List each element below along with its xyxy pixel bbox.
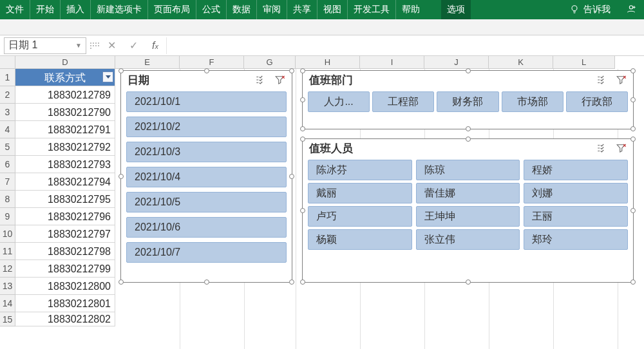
row-header[interactable]: 12 [0, 260, 15, 278]
slicer-item[interactable]: 卢巧 [308, 206, 412, 227]
tab-data[interactable]: 数据 [227, 0, 257, 19]
row-header[interactable]: 1 [0, 69, 15, 86]
slicer-item[interactable]: 王丽 [524, 206, 628, 227]
tab-help[interactable]: 帮助 [396, 0, 426, 19]
share-button[interactable] [618, 0, 644, 19]
tab-view[interactable]: 视图 [317, 0, 348, 19]
row-header[interactable]: 11 [0, 243, 15, 260]
multiselect-icon[interactable] [594, 141, 610, 155]
row-header[interactable]: 15 [0, 312, 15, 326]
slicer-item[interactable]: 杨颖 [308, 229, 412, 250]
col-header-L[interactable]: L [553, 56, 615, 69]
row-header[interactable]: 13 [0, 278, 15, 295]
col-header-E[interactable]: E [115, 56, 180, 69]
slicer-item[interactable]: 张立伟 [416, 229, 520, 250]
slicer-item[interactable]: 2021/10/4 [126, 167, 287, 187]
clear-filter-icon[interactable] [272, 73, 288, 87]
slicer-item[interactable]: 市场部 [502, 91, 564, 112]
col-header-G[interactable]: G [244, 56, 296, 69]
tab-page-layout[interactable]: 页面布局 [148, 0, 196, 19]
slicer-item[interactable]: 人力... [308, 91, 370, 112]
slicer-item[interactable]: 蕾佳娜 [416, 183, 520, 203]
tab-formulas[interactable]: 公式 [196, 0, 227, 19]
slicer-item[interactable]: 戴丽 [308, 183, 412, 203]
slicer-item[interactable]: 2021/10/2 [126, 117, 287, 137]
col-header-J[interactable]: J [424, 56, 489, 69]
col-header-H[interactable]: H [296, 56, 360, 69]
tell-me[interactable]: 告诉我 [562, 0, 618, 19]
slicer-item[interactable]: 陈冰芬 [308, 160, 412, 180]
tab-developer[interactable]: 开发工具 [348, 0, 396, 19]
formula-input[interactable] [166, 37, 644, 54]
table-cell[interactable]: 18830212799 [15, 260, 115, 278]
table-cell[interactable]: 18830212789 [15, 86, 115, 104]
svg-point-1 [629, 5, 632, 8]
slicer-item[interactable]: 2021/10/5 [126, 192, 287, 212]
slicer-item[interactable]: 2021/10/3 [126, 142, 287, 162]
tab-share[interactable]: 共享 [287, 0, 317, 19]
table-cell[interactable]: 18830212792 [15, 138, 115, 156]
slicer-item[interactable]: 刘娜 [524, 183, 628, 203]
tab-slicer-options[interactable]: 选项 [441, 0, 471, 19]
slicer-item[interactable]: 工程部 [372, 91, 434, 112]
table-cell[interactable]: 18830212802 [15, 312, 115, 326]
table-cell[interactable]: 18830212790 [15, 104, 115, 121]
formula-bar: 日期 1 ▼ ✕ ✓ fx [0, 35, 644, 56]
cancel-formula-button[interactable]: ✕ [100, 37, 122, 54]
table-cell[interactable]: 18830212794 [15, 173, 115, 191]
drag-handle-icon[interactable] [89, 39, 100, 52]
name-box[interactable]: 日期 1 ▼ [4, 37, 86, 54]
table-cell[interactable]: 18830212797 [15, 225, 115, 243]
col-header-I[interactable]: I [360, 56, 424, 69]
row-header[interactable]: 3 [0, 104, 15, 121]
slicer-item[interactable]: 2021/10/7 [126, 242, 287, 263]
row-header[interactable]: 14 [0, 295, 15, 312]
table-cell[interactable]: 18830212796 [15, 208, 115, 225]
tab-home[interactable]: 开始 [30, 0, 61, 19]
slicer-item[interactable]: 行政部 [566, 91, 628, 112]
clear-filter-icon[interactable] [614, 141, 629, 155]
column-d-cells: 联系方式 18830212789 18830212790 18830212791… [15, 69, 115, 326]
table-cell[interactable]: 18830212793 [15, 156, 115, 173]
col-header-D[interactable]: D [15, 56, 115, 69]
slicer-date[interactable]: 日期 2021/10/1 2021/10/2 2021/10/3 2021/10… [120, 70, 292, 283]
table-cell[interactable]: 18830212798 [15, 243, 115, 260]
col-header-K[interactable]: K [489, 56, 553, 69]
tab-file[interactable]: 文件 [0, 0, 30, 19]
tab-custom[interactable]: 新建选项卡 [91, 0, 148, 19]
row-header[interactable]: 8 [0, 191, 15, 208]
clear-filter-icon[interactable] [614, 73, 629, 87]
slicer-item[interactable]: 郑玲 [524, 229, 628, 250]
select-all-button[interactable] [0, 56, 15, 69]
slicer-item[interactable]: 2021/10/1 [126, 91, 287, 112]
ribbon: 文件 开始 插入 新建选项卡 页面布局 公式 数据 审阅 共享 视图 开发工具 … [0, 0, 644, 19]
row-header[interactable]: 5 [0, 138, 15, 156]
multiselect-icon[interactable] [253, 73, 269, 87]
table-cell[interactable]: 18830212801 [15, 295, 115, 312]
enter-formula-button[interactable]: ✓ [122, 37, 144, 54]
row-header[interactable]: 9 [0, 208, 15, 225]
slicer-department[interactable]: 值班部门 人力... 工程部 财务部 市场部 行政部 [302, 70, 634, 129]
filter-dropdown-button[interactable] [102, 71, 113, 82]
slicer-item[interactable]: 财务部 [437, 91, 498, 112]
slicer-item[interactable]: 2021/10/6 [126, 217, 287, 238]
slicer-item[interactable]: 王坤坤 [416, 206, 520, 227]
col-header-F[interactable]: F [180, 56, 244, 69]
tab-insert[interactable]: 插入 [61, 0, 91, 19]
lightbulb-icon [569, 4, 580, 16]
slicer-person[interactable]: 值班人员 陈冰芬 陈琼 程娇 戴丽 蕾佳娜 刘娜 卢巧 王坤坤 王丽 杨颖 张立… [302, 138, 634, 283]
table-cell[interactable]: 18830212795 [15, 191, 115, 208]
row-header[interactable]: 10 [0, 225, 15, 243]
row-header[interactable]: 7 [0, 173, 15, 191]
multiselect-icon[interactable] [594, 73, 610, 87]
slicer-item[interactable]: 程娇 [524, 160, 628, 180]
row-header[interactable]: 2 [0, 86, 15, 104]
table-header-cell[interactable]: 联系方式 [15, 69, 115, 86]
insert-function-button[interactable]: fx [144, 37, 166, 54]
table-cell[interactable]: 18830212800 [15, 278, 115, 295]
table-cell[interactable]: 18830212791 [15, 121, 115, 138]
row-header[interactable]: 4 [0, 121, 15, 138]
row-header[interactable]: 6 [0, 156, 15, 173]
tab-review[interactable]: 审阅 [257, 0, 287, 19]
slicer-item[interactable]: 陈琼 [416, 160, 520, 180]
